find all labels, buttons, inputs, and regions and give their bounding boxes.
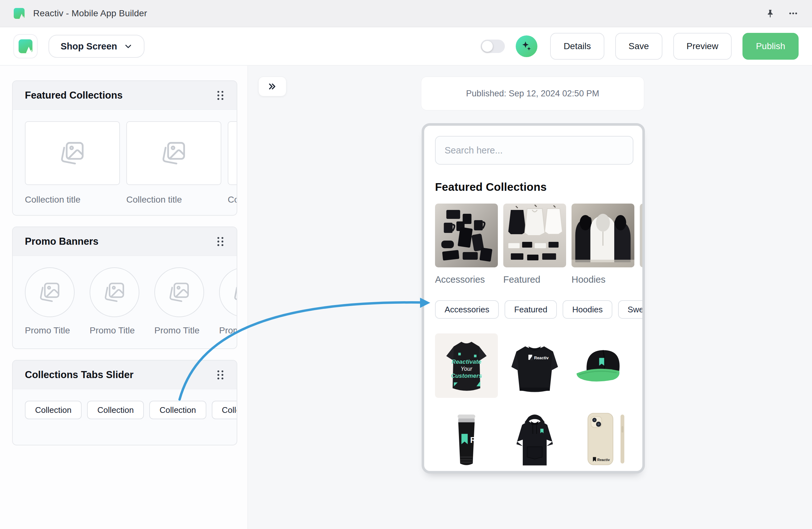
promo-title-label: Promo Title: [154, 326, 204, 335]
product-image-cap[interactable]: [571, 333, 634, 398]
ai-sparkle-button[interactable]: [516, 35, 537, 57]
panel-promo-banners: Promo Banners: [12, 227, 237, 349]
svg-text:R: R: [470, 435, 476, 444]
panel-collections-tabs-slider: Collections Tabs Slider Collection Colle…: [12, 360, 237, 445]
window-title: Reactiv - Mobile App Builder: [33, 8, 147, 18]
drag-handle-icon[interactable]: [216, 370, 224, 380]
product-image-hoodie[interactable]: [503, 407, 566, 471]
drag-handle-icon[interactable]: [216, 237, 224, 247]
image-placeholder-icon: [168, 281, 191, 304]
product-image-sweatshirt[interactable]: Reactiv: [503, 333, 566, 398]
mobile-app-preview: Featured Collections: [422, 123, 645, 473]
tshirt-text-line1: Reactivate: [452, 358, 482, 365]
app-toolbar: Shop Screen Details Save Preview Publish: [0, 27, 812, 66]
collapse-sidebar-button[interactable]: [258, 76, 286, 96]
collection-title-label: Collection title: [25, 195, 120, 205]
app-logo: [13, 34, 38, 58]
collection-placeholder-card[interactable]: [25, 121, 120, 185]
promo-title-label: Promo Title: [25, 326, 75, 335]
image-placeholder-icon: [232, 281, 237, 304]
collection-label: Hoodies: [571, 274, 634, 285]
mode-toggle[interactable]: [481, 40, 505, 53]
app-window: Reactiv - Mobile App Builder: [0, 0, 812, 529]
image-placeholder-icon: [38, 281, 61, 304]
preview-tab-accessories[interactable]: Accessories: [435, 300, 499, 319]
panel-header: Collections Tabs Slider: [13, 360, 237, 389]
panel-header: Featured Collections: [13, 81, 237, 110]
preview-button[interactable]: Preview: [673, 33, 732, 60]
collection-image-accessories[interactable]: [435, 203, 498, 267]
collection-image-featured[interactable]: [503, 203, 566, 267]
collection-title-label: Collection title: [126, 195, 221, 205]
promo-placeholder-circle[interactable]: [219, 267, 237, 317]
collection-placeholder-card[interactable]: [126, 121, 221, 185]
promo-title-label: Promo Title: [219, 326, 237, 335]
panel-title: Featured Collections: [25, 90, 123, 101]
panel-title: Promo Banners: [25, 236, 99, 247]
reactiv-r-icon: [18, 39, 33, 54]
collection-label: Accessories: [435, 274, 498, 285]
case-logo-text: Reactiv: [597, 458, 610, 462]
promo-placeholder-circle[interactable]: [90, 267, 140, 317]
preview-tab-sweatshirts[interactable]: Sweatshirts: [618, 300, 645, 319]
panel-title: Collections Tabs Slider: [25, 369, 134, 381]
panel-header: Promo Banners: [13, 227, 237, 256]
screen-selector-dropdown[interactable]: Shop Screen: [48, 35, 144, 58]
sparkles-icon: [520, 40, 533, 53]
preview-tab-hoodies[interactable]: Hoodies: [563, 300, 612, 319]
promo-placeholder-circle[interactable]: [25, 267, 75, 317]
save-button[interactable]: Save: [615, 33, 663, 60]
drag-handle-icon[interactable]: [216, 90, 224, 100]
collection-tab-chip[interactable]: Collection: [25, 401, 82, 419]
search-input[interactable]: [435, 136, 634, 165]
published-status-text: Published: Sep 12, 2024 02:50 PM: [466, 89, 599, 99]
tshirt-text-line2: Your: [461, 366, 472, 372]
sweatshirt-logo-text: Reactiv: [534, 355, 549, 360]
tshirt-text-line3: Customers: [451, 372, 482, 379]
promo-placeholder-circle[interactable]: [154, 267, 204, 317]
toggle-knob: [482, 41, 493, 52]
collection-tab-chip[interactable]: Collection: [149, 401, 206, 419]
published-status-bar: Published: Sep 12, 2024 02:50 PM: [421, 76, 644, 110]
preview-section-title: Featured Collections: [435, 181, 642, 194]
collection-title-label: Collection title: [228, 195, 237, 205]
reactiv-logo-icon: [13, 8, 25, 19]
screen-selector-label: Shop Screen: [61, 41, 117, 52]
image-placeholder-icon: [103, 281, 126, 304]
details-button[interactable]: Details: [550, 33, 604, 60]
product-image-phone-case[interactable]: Reactiv: [571, 407, 634, 471]
components-sidebar: Featured Collections: [0, 66, 248, 529]
collection-placeholder-card[interactable]: [228, 121, 237, 185]
panel-featured-collections: Featured Collections: [12, 81, 237, 216]
promo-title-label: Promo Title: [90, 326, 140, 335]
collection-tab-chip[interactable]: Collection: [87, 401, 144, 419]
title-bar: Reactiv - Mobile App Builder: [0, 0, 812, 27]
preview-tab-featured[interactable]: Featured: [505, 300, 557, 319]
collection-image-partial[interactable]: [640, 203, 645, 267]
chevrons-right-icon: [267, 82, 277, 91]
product-image-tumbler[interactable]: R: [435, 407, 498, 471]
product-image-tshirt[interactable]: Reactivate Your Customers: [435, 333, 498, 398]
collection-tab-chip[interactable]: Collection: [212, 401, 237, 419]
collection-label: Featured: [503, 274, 566, 285]
collection-image-hoodies[interactable]: [571, 203, 634, 267]
chevron-down-icon: [124, 42, 132, 51]
more-options-icon[interactable]: [788, 8, 799, 19]
image-placeholder-icon: [160, 140, 188, 167]
image-placeholder-icon: [59, 140, 86, 167]
pin-icon[interactable]: [765, 8, 775, 19]
publish-button[interactable]: Publish: [742, 33, 799, 60]
